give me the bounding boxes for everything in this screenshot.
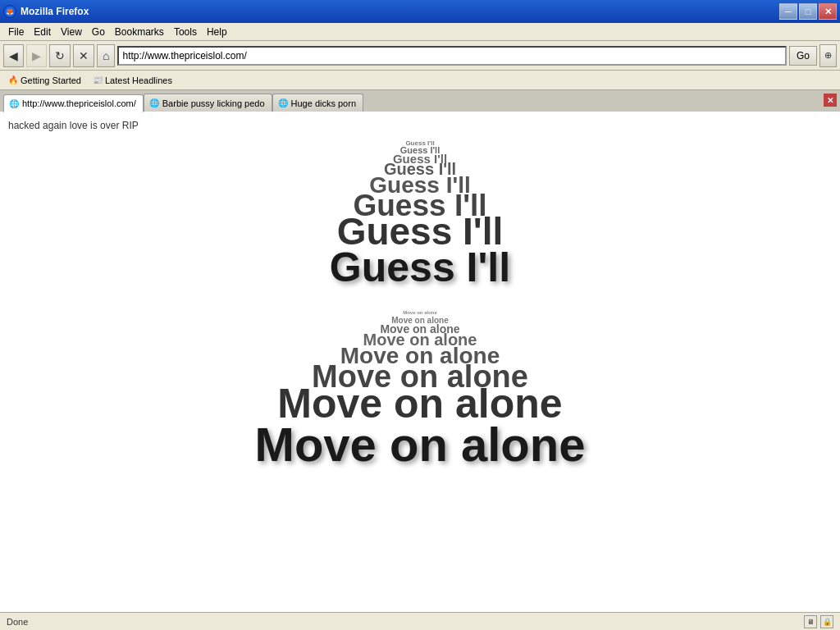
headline-guess: Guess I'll bbox=[8, 244, 832, 291]
home-button[interactable]: ⌂ bbox=[97, 44, 115, 67]
guess-section: Guess I'll Guess I'll Guess I'll Guess I… bbox=[8, 135, 832, 291]
minimize-button[interactable]: ─ bbox=[779, 3, 797, 20]
reload-button[interactable]: ↻ bbox=[49, 44, 71, 67]
bookmark-getting-started-label: Getting Started bbox=[21, 75, 81, 85]
status-icon-1: 🖥 bbox=[804, 615, 817, 628]
titlebar-left: 🦊 Mozilla Firefox bbox=[3, 5, 89, 18]
go-button[interactable]: Go bbox=[789, 46, 817, 66]
status-text: Done bbox=[7, 617, 28, 627]
menu-tools[interactable]: Tools bbox=[169, 25, 202, 39]
bookmark-icon-latest-headlines: 📰 bbox=[93, 75, 103, 84]
status-icon-2: 🔒 bbox=[820, 615, 833, 628]
content-area: hacked again love is over RIP Guess I'll… bbox=[0, 112, 840, 612]
refresh-icon-button[interactable]: ⊕ bbox=[819, 44, 837, 67]
menu-view[interactable]: View bbox=[56, 25, 87, 39]
titlebar-title: Mozilla Firefox bbox=[21, 6, 89, 17]
tabs-bar: 🌐 http://www.thepriceislol.com/ 🌐 Barbie… bbox=[0, 90, 840, 112]
titlebar: 🦊 Mozilla Firefox ─ □ ✕ bbox=[0, 0, 840, 23]
close-all-tabs-button[interactable]: ✕ bbox=[824, 94, 837, 107]
stop-button[interactable]: ✕ bbox=[73, 44, 94, 67]
page-small-text: hacked again love is over RIP bbox=[8, 120, 832, 131]
tab-label-2: Huge dicks porn bbox=[291, 98, 357, 108]
tab-label-1: Barbie pussy licking pedo bbox=[162, 98, 265, 108]
firefox-logo-icon: 🦊 bbox=[3, 5, 16, 18]
menu-help[interactable]: Help bbox=[202, 25, 232, 39]
close-window-button[interactable]: ✕ bbox=[819, 3, 837, 20]
menubar: File Edit View Go Bookmarks Tools Help bbox=[0, 23, 840, 41]
maximize-button[interactable]: □ bbox=[799, 3, 817, 20]
move-ghost-container: Move on alone Move on alone Move on alon… bbox=[133, 308, 707, 431]
tab-favicon-1: 🌐 bbox=[149, 98, 159, 107]
tab-favicon-2: 🌐 bbox=[278, 98, 288, 107]
status-right: 🖥 🔒 bbox=[804, 615, 833, 628]
bookmark-latest-headlines-label: Latest Headlines bbox=[105, 75, 172, 85]
navbar: ◀ ▶ ↻ ✕ ⌂ Go ⊕ bbox=[0, 41, 840, 71]
address-bar-container: Go ⊕ bbox=[117, 44, 837, 67]
tab-favicon-0: 🌐 bbox=[9, 99, 19, 108]
bookmark-getting-started[interactable]: 🔥 Getting Started bbox=[5, 74, 84, 87]
address-input[interactable] bbox=[117, 46, 787, 66]
menu-bookmarks[interactable]: Bookmarks bbox=[110, 25, 169, 39]
forward-button[interactable]: ▶ bbox=[26, 44, 47, 67]
tab-2[interactable]: 🌐 Huge dicks porn bbox=[272, 94, 364, 112]
menu-go[interactable]: Go bbox=[87, 25, 110, 39]
bookmark-icon-getting-started: 🔥 bbox=[8, 75, 18, 84]
tab-0[interactable]: 🌐 http://www.thepriceislol.com/ bbox=[3, 94, 144, 112]
bookmarks-bar: 🔥 Getting Started 📰 Latest Headlines bbox=[0, 71, 840, 90]
titlebar-controls: ─ □ ✕ bbox=[779, 3, 837, 20]
page-content: hacked again love is over RIP Guess I'll… bbox=[8, 120, 832, 530]
tab-1[interactable]: 🌐 Barbie pussy licking pedo bbox=[144, 94, 272, 112]
statusbar: Done 🖥 🔒 bbox=[0, 612, 840, 630]
back-button[interactable]: ◀ bbox=[3, 44, 24, 67]
bookmark-latest-headlines[interactable]: 📰 Latest Headlines bbox=[89, 74, 176, 87]
menu-edit[interactable]: Edit bbox=[29, 25, 56, 39]
headline-move: Move on alone bbox=[8, 417, 832, 472]
move-ghost-1: Move on alone bbox=[403, 310, 437, 315]
menu-file[interactable]: File bbox=[3, 25, 29, 39]
tab-label-0: http://www.thepriceislol.com/ bbox=[22, 98, 136, 108]
move-section: Move on alone Move on alone Move on alon… bbox=[8, 308, 832, 472]
